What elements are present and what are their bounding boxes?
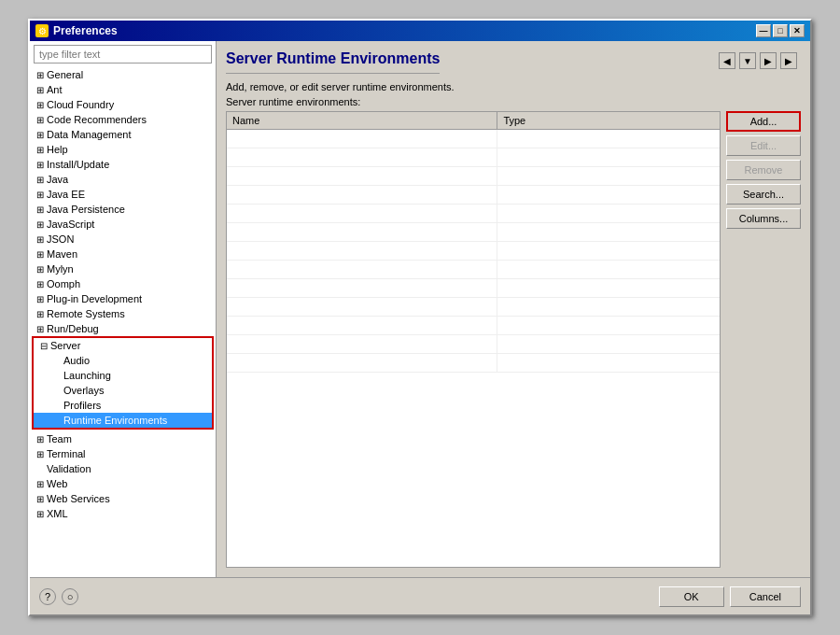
tree-label-server: Server <box>50 340 80 351</box>
tree-item-code-recommenders[interactable]: ⊞ Code Recommenders <box>30 112 216 127</box>
tree-label-xml: XML <box>47 508 68 519</box>
remove-button[interactable]: Remove <box>726 160 801 180</box>
columns-button[interactable]: Columns... <box>726 208 801 229</box>
table-row[interactable] <box>227 223 720 242</box>
expand-icon-cloud-foundry: ⊞ <box>34 98 47 111</box>
cancel-button[interactable]: Cancel <box>730 586 801 607</box>
tree-container: ⊞ General ⊞ Ant ⊞ Cloud Foundry ⊞ Code R… <box>30 67 216 577</box>
nav-down-button[interactable]: ▼ <box>739 52 756 69</box>
info-icon[interactable]: ○ <box>62 588 78 605</box>
tree-item-oomph[interactable]: ⊞ Oomph <box>30 276 216 291</box>
tree-label-mylyn: Mylyn <box>47 263 74 275</box>
window-controls: — □ ✕ <box>756 24 805 37</box>
nav-forward-button[interactable]: ▶ <box>760 52 777 69</box>
tree-item-overlays[interactable]: Overlays <box>34 383 212 398</box>
maximize-button[interactable]: □ <box>773 24 788 37</box>
runtime-environments-table: Name Type <box>226 111 721 568</box>
tree-item-validation[interactable]: Validation <box>30 461 216 476</box>
table-row[interactable] <box>227 205 720 223</box>
tree-item-launching[interactable]: Launching <box>34 368 212 383</box>
table-row[interactable] <box>227 148 720 167</box>
tree-item-runtime-environments[interactable]: Runtime Environments <box>34 413 212 428</box>
tree-item-server[interactable]: ⊟ Server <box>34 338 212 353</box>
tree-item-run-debug[interactable]: ⊞ Run/Debug <box>30 321 216 336</box>
tree-label-general: General <box>47 69 83 80</box>
tree-label-java: Java <box>47 174 68 185</box>
tree-item-audio[interactable]: Audio <box>34 353 212 368</box>
bottom-right: OK Cancel <box>659 586 801 607</box>
filter-input[interactable] <box>34 45 212 64</box>
tree-item-xml[interactable]: ⊞ XML <box>30 506 216 521</box>
preferences-window: ⚙ Preferences — □ ✕ ⊞ General ⊞ <box>28 19 812 616</box>
table-row[interactable] <box>227 167 720 186</box>
table-row[interactable] <box>227 335 720 354</box>
table-row[interactable] <box>227 298 720 317</box>
nav-forward2-button[interactable]: ▶ <box>780 52 797 69</box>
bottom-left: ? ○ <box>39 588 78 605</box>
tree-item-terminal[interactable]: ⊞ Terminal <box>30 446 216 461</box>
tree-label-validation: Validation <box>47 463 91 474</box>
tree-item-web-services[interactable]: ⊞ Web Services <box>30 491 216 506</box>
close-button[interactable]: ✕ <box>790 24 805 37</box>
tree-item-json[interactable]: ⊞ JSON <box>30 232 216 247</box>
nav-back-button[interactable]: ◀ <box>719 52 735 69</box>
table-row[interactable] <box>227 354 720 373</box>
tree-item-web[interactable]: ⊞ Web <box>30 476 216 491</box>
tree-item-help[interactable]: ⊞ Help <box>30 142 216 157</box>
table-row[interactable] <box>227 130 720 148</box>
table-label: Server runtime environments: <box>226 96 801 107</box>
expand-icon-terminal: ⊞ <box>34 447 47 460</box>
search-button[interactable]: Search... <box>726 184 801 205</box>
table-row[interactable] <box>227 261 720 279</box>
ok-button[interactable]: OK <box>659 586 724 607</box>
tree-item-java-persistence[interactable]: ⊞ Java Persistence <box>30 202 216 217</box>
tree-label-launching: Launching <box>63 370 111 381</box>
tree-label-json: JSON <box>47 233 74 245</box>
minimize-button[interactable]: — <box>756 24 771 37</box>
tree-label-maven: Maven <box>47 248 77 260</box>
expand-icon-general: ⊞ <box>34 68 47 81</box>
tree-item-plugin-dev[interactable]: ⊞ Plug-in Development <box>30 291 216 306</box>
tree-item-general[interactable]: ⊞ General <box>30 67 216 82</box>
expand-icon-code-recommenders: ⊞ <box>34 113 47 126</box>
tree-label-remote-systems: Remote Systems <box>47 308 125 319</box>
action-buttons-panel: Add... Edit... Remove Search... Columns.… <box>726 111 801 568</box>
tree-item-ant[interactable]: ⊞ Ant <box>30 82 216 97</box>
tree-item-team[interactable]: ⊞ Team <box>30 431 216 446</box>
tree-label-terminal: Terminal <box>47 448 86 459</box>
tree-label-audio: Audio <box>63 355 90 366</box>
tree-item-javascript[interactable]: ⊞ JavaScript <box>30 217 216 232</box>
expand-icon-maven: ⊞ <box>34 247 47 261</box>
tree-label-data-management: Data Management <box>47 129 132 140</box>
expand-icon-profilers <box>50 399 63 412</box>
edit-button[interactable]: Edit... <box>726 135 801 156</box>
tree-label-plugin-dev: Plug-in Development <box>47 293 142 304</box>
table-row[interactable] <box>227 279 720 298</box>
tree-item-data-management[interactable]: ⊞ Data Management <box>30 127 216 142</box>
table-row[interactable] <box>227 317 720 335</box>
tree-label-help: Help <box>47 144 68 155</box>
tree-item-profilers[interactable]: Profilers <box>34 398 212 413</box>
column-name: Name <box>227 112 497 129</box>
expand-icon-validation <box>34 462 47 475</box>
table-row[interactable] <box>227 242 720 261</box>
table-row[interactable] <box>227 186 720 205</box>
expand-icon-java-persistence: ⊞ <box>34 203 47 216</box>
tree-item-remote-systems[interactable]: ⊞ Remote Systems <box>30 306 216 321</box>
tree-item-mylyn[interactable]: ⊞ Mylyn <box>30 261 216 276</box>
expand-icon-install-update: ⊞ <box>34 158 47 171</box>
tree-item-java-ee[interactable]: ⊞ Java EE <box>30 187 216 202</box>
help-icon[interactable]: ? <box>39 588 56 605</box>
tree-label-cloud-foundry: Cloud Foundry <box>47 99 114 110</box>
toolbar-row: ◀ ▼ ▶ ▶ <box>715 50 801 71</box>
tree-item-java[interactable]: ⊞ Java <box>30 172 216 187</box>
add-button[interactable]: Add... <box>726 111 801 132</box>
table-and-buttons: Name Type <box>226 111 801 568</box>
expand-icon-launching <box>50 369 63 382</box>
tree-item-cloud-foundry[interactable]: ⊞ Cloud Foundry <box>30 97 216 112</box>
tree-item-install-update[interactable]: ⊞ Install/Update <box>30 157 216 172</box>
tree-item-maven[interactable]: ⊞ Maven <box>30 247 216 261</box>
expand-icon-help: ⊞ <box>34 143 47 156</box>
tree-label-java-ee: Java EE <box>47 189 85 200</box>
column-type: Type <box>497 112 720 129</box>
